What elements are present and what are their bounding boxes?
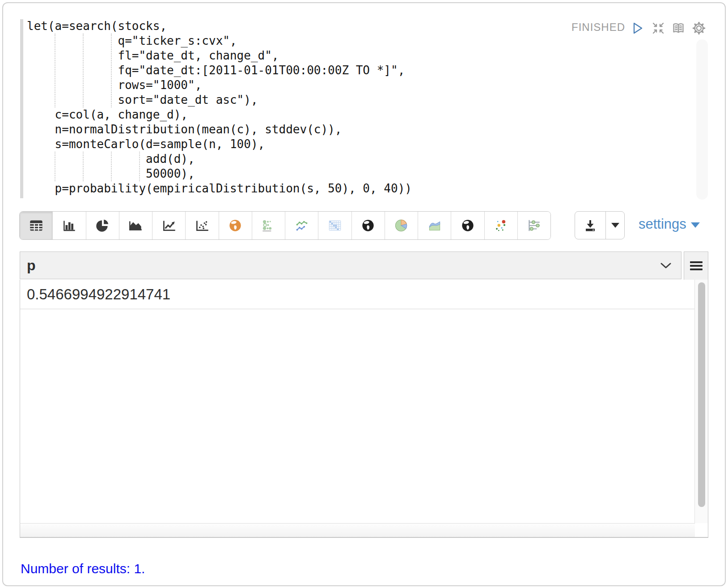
viz-button-sliders[interactable] bbox=[517, 212, 550, 239]
bar-chart-icon bbox=[61, 217, 78, 234]
indent-guide bbox=[111, 152, 112, 181]
indent-guide bbox=[111, 34, 112, 107]
pie-chart-color-icon bbox=[393, 217, 410, 234]
viz-button-pie-chart-color[interactable] bbox=[385, 212, 418, 239]
show-editor-button[interactable] bbox=[671, 21, 686, 36]
viz-button-multi-line-chart[interactable] bbox=[285, 212, 318, 239]
sliders-icon bbox=[525, 217, 542, 234]
caret-down-icon bbox=[611, 223, 619, 228]
globe-dark-icon bbox=[459, 217, 476, 234]
download-icon bbox=[583, 218, 598, 233]
viz-button-globe-dark[interactable] bbox=[351, 212, 385, 239]
indent-guide bbox=[83, 152, 84, 181]
editor-gutter bbox=[20, 19, 23, 198]
indent-guide bbox=[83, 34, 84, 107]
code-editor[interactable]: let(a=search(stocks, q="ticker_s:cvx", f… bbox=[27, 19, 412, 196]
results-count-text: Number of results: 1. bbox=[21, 561, 145, 576]
vertical-scrollbar[interactable] bbox=[695, 280, 708, 523]
area-chart-icon bbox=[127, 217, 144, 234]
scatter-chart-icon bbox=[194, 217, 211, 234]
visualization-toolbar bbox=[19, 211, 551, 240]
horizontal-scrollbar[interactable] bbox=[20, 523, 695, 538]
paragraph-status: FINISHED bbox=[571, 21, 625, 34]
table-row: 0.5466994922914741 bbox=[20, 280, 694, 309]
globe-dark-icon bbox=[360, 217, 377, 234]
viz-button-pie-chart[interactable] bbox=[86, 212, 119, 239]
table-body: 0.5466994922914741 bbox=[20, 280, 695, 523]
viz-button-heatmap[interactable] bbox=[318, 212, 351, 239]
play-icon bbox=[630, 21, 645, 36]
viz-button-line-chart[interactable] bbox=[152, 212, 185, 239]
table-icon bbox=[28, 217, 45, 234]
hamburger-icon bbox=[690, 260, 703, 272]
viz-button-bubble-chart[interactable] bbox=[252, 212, 285, 239]
multi-line-chart-icon bbox=[293, 217, 310, 234]
collapse-button[interactable] bbox=[651, 21, 666, 36]
bubble-chart-icon bbox=[260, 217, 277, 234]
column-header-p[interactable]: p bbox=[20, 251, 681, 279]
download-options-button[interactable] bbox=[606, 212, 624, 239]
viz-button-globe-orange[interactable] bbox=[219, 212, 252, 239]
viz-button-globe-dark-2[interactable] bbox=[451, 212, 484, 239]
column-header-label: p bbox=[27, 257, 36, 274]
heatmap-icon bbox=[326, 217, 343, 234]
line-chart-icon bbox=[161, 217, 178, 234]
paragraph-settings-button[interactable] bbox=[691, 21, 707, 36]
globe-orange-icon bbox=[227, 217, 244, 234]
run-button[interactable] bbox=[630, 21, 645, 36]
area-chart-color-icon bbox=[426, 217, 443, 234]
vertical-scrollbar-thumb[interactable] bbox=[698, 282, 705, 507]
chevron-down-icon bbox=[660, 263, 671, 269]
indent-guide bbox=[55, 34, 55, 107]
scrollbar-corner bbox=[695, 523, 708, 538]
compress-icon bbox=[651, 21, 666, 36]
scatter-color-icon bbox=[492, 217, 509, 234]
caret-down-icon bbox=[691, 222, 700, 228]
table-menu-button[interactable] bbox=[684, 251, 708, 280]
settings-toggle[interactable]: settings bbox=[639, 216, 700, 232]
zeppelin-paragraph: let(a=search(stocks, q="ticker_s:cvx", f… bbox=[0, 0, 728, 588]
gear-icon bbox=[691, 21, 707, 36]
indent-guide bbox=[55, 152, 55, 181]
viz-button-area-chart-color[interactable] bbox=[418, 212, 451, 239]
download-split-button bbox=[575, 211, 625, 239]
viz-button-bar-chart[interactable] bbox=[52, 212, 85, 239]
pie-chart-icon bbox=[94, 217, 111, 234]
result-table: p 0.5466994922914741 bbox=[20, 251, 708, 538]
viz-button-scatter-color[interactable] bbox=[484, 212, 517, 239]
indent-guide bbox=[139, 152, 140, 181]
settings-label: settings bbox=[639, 216, 686, 232]
viz-button-table[interactable] bbox=[20, 212, 52, 239]
editor-scrollbar-track[interactable] bbox=[696, 39, 708, 200]
viz-button-area-chart[interactable] bbox=[119, 212, 152, 239]
cell-value: 0.5466994922914741 bbox=[27, 286, 170, 303]
book-icon bbox=[671, 21, 686, 36]
download-button[interactable] bbox=[575, 212, 606, 239]
viz-button-scatter-chart[interactable] bbox=[185, 212, 218, 239]
